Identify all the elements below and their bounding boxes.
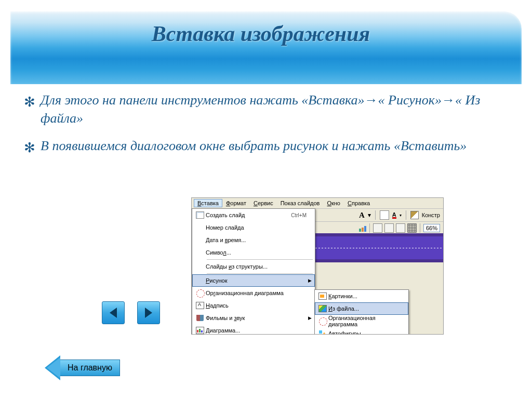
menubar-item[interactable]: Окно	[323, 199, 344, 207]
design-label: Констр	[422, 212, 440, 218]
menu-separator	[207, 273, 313, 274]
prev-slide-button[interactable]	[102, 301, 125, 324]
design-icon	[410, 211, 419, 219]
menu-shortcut: Ctrl+M	[291, 212, 307, 218]
chart-icon	[196, 327, 204, 334]
menu-item-label: Надпись	[206, 302, 307, 309]
bullet-star-icon: ✻	[24, 93, 35, 127]
submenu-arrow-icon: ▶	[307, 315, 312, 321]
slide-content: ✻ Для этого на панели инструментов нажат…	[24, 91, 506, 166]
text-icon	[196, 302, 204, 309]
org-icon	[319, 317, 326, 325]
menu-item-label: Номер слайда	[206, 224, 307, 231]
submenu-arrow-icon: ▶	[307, 278, 312, 283]
chart-icon	[359, 224, 366, 232]
embedded-menu-screenshot: ВставкаФорматСервисПоказ слайдовОкноСпра…	[191, 197, 444, 335]
toolbar-icon	[380, 210, 389, 220]
menu-item[interactable]: Создать слайдCtrl+M	[192, 209, 315, 221]
menubar-item[interactable]: Вставка	[194, 199, 222, 207]
zoom-value: 66%	[423, 224, 440, 232]
menu-item[interactable]: Автофигуры	[315, 327, 408, 335]
bullet-star-icon: ✻	[24, 139, 35, 157]
menubar-item[interactable]: Сервис	[250, 199, 277, 207]
slide-icon	[196, 211, 204, 219]
menu-item-label: Рисунок	[206, 277, 307, 284]
book-icon	[196, 315, 204, 321]
insert-dropdown-menu: Создать слайдCtrl+MНомер слайдаДата и вр…	[192, 208, 315, 335]
font-styling-icon: A	[359, 211, 365, 220]
triangle-left-icon	[110, 308, 117, 318]
triangle-right-icon	[145, 308, 152, 318]
menu-item[interactable]: Картинки...	[315, 290, 408, 302]
menubar-item[interactable]: Справка	[344, 199, 374, 207]
menu-item[interactable]: Организационная диаграмма	[192, 287, 315, 299]
menubar-item[interactable]: Формат	[222, 199, 250, 207]
menu-item-label: Автофигуры	[328, 330, 400, 335]
menu-item[interactable]: Символ...	[192, 246, 315, 259]
menu-item-label: Создать слайд	[206, 212, 291, 218]
menu-separator	[207, 259, 313, 260]
img-icon	[318, 305, 327, 312]
bullet-item: ✻ Для этого на панели инструментов нажат…	[24, 91, 506, 127]
menu-item[interactable]: Рисунок▶	[192, 274, 315, 287]
menu-item[interactable]: Диаграмма...	[192, 324, 315, 335]
menubar-item[interactable]: Показ слайдов	[277, 199, 324, 207]
menu-item-label: Дата и время...	[206, 237, 307, 243]
menu-item-label: Диаграмма...	[206, 327, 307, 334]
app-menubar: ВставкаФорматСервисПоказ слайдовОкноСпра…	[192, 198, 443, 209]
home-arrow-button[interactable]: На главную	[45, 355, 120, 380]
font-color-icon: A	[392, 212, 396, 219]
bullet-item: ✻ В появившемся диалоговом окне выбрать …	[24, 137, 506, 157]
org-icon	[196, 289, 204, 297]
menu-item[interactable]: Фильмы и звук▶	[192, 312, 315, 324]
menu-item-label: Фильмы и звук	[206, 315, 307, 321]
menu-item[interactable]: Дата и время...	[192, 234, 315, 246]
pic-icon	[318, 292, 327, 300]
menu-item[interactable]: Из файла...	[315, 302, 408, 315]
menu-item-label: Слайды из структуры...	[206, 263, 307, 270]
menu-item[interactable]: Надпись	[192, 299, 315, 312]
home-arrow-label: На главную	[60, 360, 120, 376]
picture-submenu: Картинки...Из файла...Организационная ди…	[314, 289, 409, 335]
slide-title: Вставка изображения	[10, 21, 511, 47]
grid-icon	[407, 223, 417, 233]
menu-item-label: Из файла...	[328, 305, 400, 312]
toolbar-icon	[373, 223, 382, 233]
navigation-buttons	[102, 301, 160, 324]
menu-item[interactable]: Номер слайда	[192, 221, 315, 234]
next-slide-button[interactable]	[137, 301, 160, 324]
menu-item-label: Картинки...	[328, 293, 400, 299]
menu-item-label: Организационная диаграмма	[206, 290, 307, 296]
menu-item-label: Символ...	[206, 249, 307, 256]
slide-preview-strip	[315, 233, 443, 262]
shapes-icon	[319, 330, 326, 335]
toolbar-icon	[384, 223, 394, 233]
toolbar-icon	[396, 223, 405, 233]
menu-item[interactable]: Организационная диаграмма	[315, 315, 408, 327]
menu-item[interactable]: Слайды из структуры...	[192, 260, 315, 273]
menu-item-label: Организационная диаграмма	[328, 315, 400, 327]
